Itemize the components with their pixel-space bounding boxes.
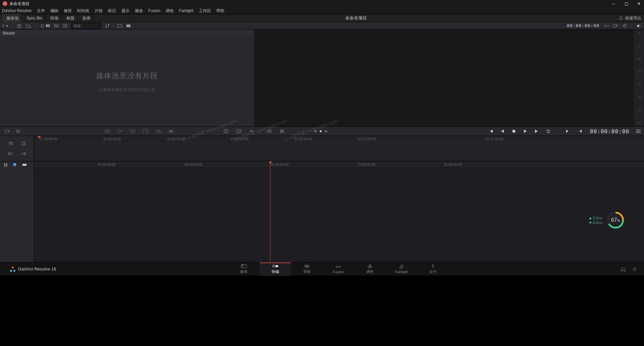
- media-pool-empty-state: 媒体池里没有片段 从媒体存储添加片段以开始工作: [0, 37, 254, 127]
- transition-button[interactable]: 转场: [46, 14, 61, 22]
- master-bin-label[interactable]: Master: [0, 30, 254, 37]
- first-frame-button[interactable]: [488, 128, 494, 134]
- sort-button[interactable]: [105, 23, 110, 28]
- smart-insert-button[interactable]: [103, 128, 111, 135]
- loop-button[interactable]: [545, 128, 551, 134]
- zoom-menu-button[interactable]: ▾: [603, 23, 609, 28]
- search-input[interactable]: [71, 23, 101, 29]
- boring-detector-button[interactable]: [3, 128, 11, 135]
- magnet-snap-button[interactable]: [3, 163, 8, 167]
- options-menu-button[interactable]: [636, 130, 641, 133]
- speaker-icon[interactable]: [636, 23, 641, 28]
- ripple-overwrite-button[interactable]: [129, 128, 137, 135]
- play-button[interactable]: [522, 128, 528, 134]
- svg-rect-61: [273, 265, 275, 267]
- prev-clip-button[interactable]: [577, 128, 583, 134]
- svg-rect-38: [224, 130, 228, 133]
- stop-button[interactable]: [511, 128, 517, 134]
- menu-help[interactable]: 帮助: [216, 8, 224, 14]
- lower-ruler[interactable]: 00:59:56:0000:59:58:0001:00:00:0001:00:0…: [34, 161, 644, 168]
- append-button[interactable]: [116, 128, 124, 135]
- menu-fusion[interactable]: Fusion: [148, 8, 160, 13]
- inspector-button[interactable]: [278, 128, 286, 135]
- place-on-top-button[interactable]: [154, 128, 162, 135]
- picture-button[interactable]: [235, 128, 243, 135]
- clip-view-button[interactable]: [117, 23, 122, 28]
- video-track-button[interactable]: [20, 140, 27, 146]
- close-up-button[interactable]: [142, 128, 150, 135]
- menu-workspace[interactable]: 工作区: [199, 8, 211, 14]
- svg-rect-19: [118, 24, 122, 27]
- project-title: 未命名项目: [94, 15, 619, 21]
- menu-file[interactable]: 文件: [37, 8, 45, 14]
- lower-playhead[interactable]: [270, 161, 270, 262]
- svg-rect-27: [105, 130, 107, 132]
- media-pool-button[interactable]: 媒体池: [2, 14, 21, 22]
- marker-button[interactable]: [13, 163, 17, 167]
- last-frame-button[interactable]: [534, 128, 540, 134]
- page-cut[interactable]: 快编: [260, 262, 291, 276]
- menu-color[interactable]: 调色: [166, 8, 174, 14]
- track-button-2[interactable]: [20, 151, 27, 157]
- flag-button[interactable]: [22, 163, 27, 167]
- thumbnail-view-button[interactable]: [45, 23, 50, 28]
- menu-view[interactable]: 显示: [121, 8, 129, 14]
- bin-list-button[interactable]: ▾: [3, 23, 8, 28]
- lock-track-button[interactable]: T: [7, 140, 14, 146]
- svg-rect-58: [22, 164, 26, 166]
- svg-rect-41: [267, 130, 269, 132]
- next-edit-button[interactable]: ►: [324, 129, 328, 134]
- menu-mark[interactable]: 标记: [108, 8, 116, 14]
- list-view-button[interactable]: [62, 23, 68, 28]
- strip-view-button[interactable]: [54, 23, 59, 28]
- expand-viewer-button[interactable]: [622, 23, 628, 28]
- menu-playback[interactable]: 播放: [135, 8, 143, 14]
- prev-frame-button[interactable]: [499, 128, 505, 134]
- upper-ruler[interactable]: 01:00:00:0001:00:10:0001:00:20:0001:00:3…: [34, 136, 644, 161]
- svg-point-48: [280, 132, 281, 133]
- sync-button[interactable]: [40, 23, 45, 28]
- menu-timeline[interactable]: 时间线: [77, 8, 89, 14]
- tools-button[interactable]: [222, 128, 230, 135]
- viewer-panel[interactable]: 0 -5 -10 -15 -20 -30 -40 -50: [254, 30, 644, 127]
- svg-rect-30: [130, 130, 132, 132]
- quick-export-button[interactable]: 快速导出: [625, 15, 641, 21]
- home-button[interactable]: [621, 266, 626, 272]
- menu-edit[interactable]: 编辑: [50, 8, 58, 14]
- page-media[interactable]: 媒体: [228, 262, 260, 276]
- title-button[interactable]: T 标题: [62, 14, 77, 22]
- svg-point-75: [433, 264, 433, 265]
- maximize-button[interactable]: ▢: [624, 1, 629, 6]
- svg-rect-11: [3, 26, 4, 27]
- timeline-timecode[interactable]: 00:00:00:00: [590, 128, 629, 135]
- timeline-track-area[interactable]: 00:59:56:0000:59:58:0001:00:00:0001:00:0…: [34, 161, 644, 262]
- prev-edit-button[interactable]: ◄: [313, 129, 317, 134]
- next-clip-button[interactable]: [565, 128, 571, 134]
- page-fairlight[interactable]: Fairlight: [386, 262, 417, 276]
- settings-button[interactable]: [632, 266, 637, 272]
- import-folder-button[interactable]: [26, 23, 31, 28]
- svg-point-73: [368, 266, 370, 268]
- audio-view-button[interactable]: [126, 23, 131, 28]
- dynamic-zoom-button[interactable]: [265, 128, 273, 135]
- menu-fairlight[interactable]: Fairlight: [179, 8, 194, 13]
- source-overwrite-button[interactable]: [167, 128, 175, 135]
- menu-clip[interactable]: 片段: [95, 8, 103, 14]
- page-color[interactable]: 调色: [354, 262, 386, 276]
- import-media-button[interactable]: [16, 23, 22, 28]
- split-clip-button[interactable]: [15, 128, 23, 135]
- monitor-menu-button[interactable]: ▾: [613, 23, 618, 28]
- menu-trim[interactable]: 修剪: [64, 8, 72, 14]
- close-button[interactable]: ✕: [637, 1, 641, 6]
- effect-button[interactable]: 效果: [78, 14, 94, 22]
- audio-button[interactable]: [248, 128, 256, 135]
- page-edit[interactable]: 剪辑: [291, 262, 323, 276]
- page-fusion[interactable]: Fusion: [323, 262, 354, 276]
- ruler-tick: 00:59:58:00: [184, 163, 202, 166]
- minimize-button[interactable]: ─: [611, 1, 616, 6]
- menu-davinci[interactable]: DaVinci Resolve: [2, 8, 32, 13]
- track-button-1[interactable]: [7, 151, 14, 157]
- sync-bin-button[interactable]: Sync Bin: [22, 14, 45, 22]
- page-deliver[interactable]: 交付: [417, 262, 449, 276]
- app-icon: [3, 1, 7, 6]
